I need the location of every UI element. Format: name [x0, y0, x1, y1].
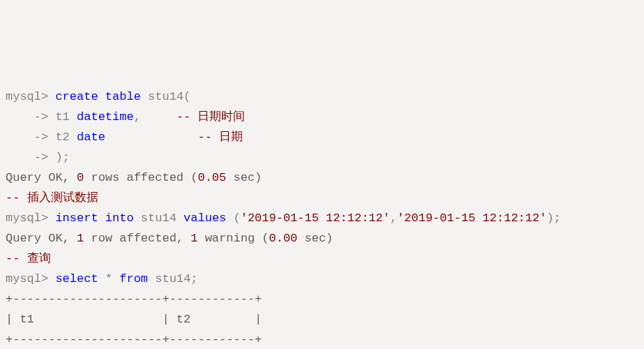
col-t2: t2 [55, 131, 77, 144]
comma: , [390, 211, 397, 225]
result-text: row affected, [84, 232, 190, 245]
semicolon: ; [190, 272, 197, 285]
line-close: -> ); [6, 147, 638, 168]
result-num: 1 [190, 232, 197, 245]
open-paren: ( [184, 90, 190, 103]
result-text: sec) [226, 171, 262, 184]
result-text: Query OK, [6, 232, 77, 245]
line-create: mysql> create table stu14( [6, 87, 638, 107]
result-text: warning ( [197, 232, 269, 245]
line-col2: -> t2 date -- 日期 [6, 127, 638, 147]
line-col1: -> t1 datetime, -- 日期时间 [6, 107, 638, 127]
open-paren: ( [226, 211, 240, 225]
keyword-from: from [119, 272, 148, 285]
cont-prompt: -> [6, 110, 55, 124]
line-result1: Query OK, 0 rows affected (0.05 sec) [6, 168, 638, 188]
prompt: mysql> [6, 272, 55, 285]
result-num: 1 [77, 232, 84, 245]
line-result2: Query OK, 1 row affected, 1 warning (0.0… [6, 228, 638, 248]
table-name: stu14 [134, 211, 184, 225]
result-num: 0 [77, 171, 84, 184]
table-border: +---------------------+------------+ [6, 329, 638, 349]
keyword-into: into [98, 211, 134, 225]
prompt: mysql> [6, 211, 55, 225]
comment-insert-label: -- 插入测试数据 [6, 191, 98, 205]
cont-prompt: -> [6, 151, 55, 164]
type-date: date [77, 131, 105, 144]
spacer [105, 131, 198, 144]
close-paren: ); [546, 211, 560, 225]
star: * [98, 272, 120, 285]
result-text: rows affected ( [84, 171, 197, 184]
keyword-insert: insert [55, 211, 98, 225]
string-literal: '2019-01-15 12:12:12' [241, 211, 390, 225]
comment-select-label: -- 查询 [6, 252, 51, 265]
comma: , [134, 110, 141, 124]
comment-date: -- 日期 [197, 131, 243, 144]
result-num: 0.00 [269, 232, 298, 245]
keyword-table: table [98, 90, 141, 103]
table-name: stu14 [141, 90, 184, 103]
type-datetime: datetime [77, 110, 134, 124]
string-literal: '2019-01-15 12:12:12' [397, 211, 546, 225]
col-t1: t1 [55, 110, 77, 124]
line-insert: mysql> insert into stu14 values ('2019-0… [6, 208, 638, 228]
spacer [141, 110, 177, 124]
line-comment-select: -- 查询 [6, 248, 638, 269]
keyword-values: values [184, 211, 226, 225]
line-comment-insert: -- 插入测试数据 [6, 188, 638, 208]
table-header: | t1 | t2 | [6, 309, 638, 329]
keyword-select: select [55, 272, 98, 285]
result-text: sec) [297, 232, 333, 245]
result-text: Query OK, [6, 171, 77, 184]
keyword-create: create [55, 90, 98, 103]
cont-prompt: -> [6, 131, 55, 144]
table-name: stu14 [148, 272, 190, 285]
prompt: mysql> [6, 90, 55, 103]
table-border: +---------------------+------------+ [6, 289, 638, 309]
comment-datetime: -- 日期时间 [177, 110, 246, 124]
line-select: mysql> select * from stu14; [6, 269, 638, 289]
close-paren: ); [55, 151, 69, 164]
result-num: 0.05 [197, 171, 226, 184]
